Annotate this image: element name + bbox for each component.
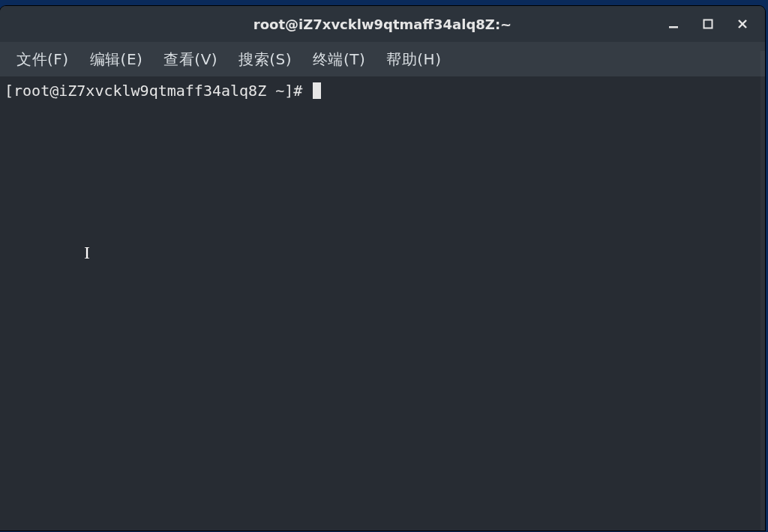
menu-view[interactable]: 查看(V): [154, 46, 226, 73]
ibeam-cursor-icon: I: [84, 243, 90, 262]
svg-rect-1: [704, 20, 712, 28]
terminal-area[interactable]: [root@iZ7xvcklw9qtmaff34alq8Z ~]# I: [0, 76, 765, 531]
prompt-line: [root@iZ7xvcklw9qtmaff34alq8Z ~]#: [4, 81, 760, 100]
window-title: root@iZ7xvcklw9qtmaff34alq8Z:~: [254, 16, 512, 32]
menubar: 文件(F) 编辑(E) 查看(V) 搜索(S) 终端(T) 帮助(H): [0, 42, 765, 76]
menu-search[interactable]: 搜索(S): [230, 46, 301, 73]
shell-prompt: [root@iZ7xvcklw9qtmaff34alq8Z ~]#: [4, 81, 311, 100]
menu-edit[interactable]: 编辑(E): [81, 46, 152, 73]
scrollbar[interactable]: [760, 51, 765, 531]
terminal-window: root@iZ7xvcklw9qtmaff34alq8Z:~ 文件(F) 编辑(…: [0, 6, 765, 531]
maximize-button[interactable]: [700, 16, 716, 31]
menu-terminal[interactable]: 终端(T): [304, 46, 374, 73]
titlebar[interactable]: root@iZ7xvcklw9qtmaff34alq8Z:~: [0, 6, 765, 42]
block-cursor-icon: [313, 82, 321, 99]
window-controls: [666, 6, 759, 42]
minimize-button[interactable]: [666, 16, 681, 31]
close-button[interactable]: [735, 16, 750, 31]
menu-file[interactable]: 文件(F): [8, 46, 78, 73]
svg-rect-0: [669, 26, 678, 28]
menu-help[interactable]: 帮助(H): [377, 46, 450, 73]
